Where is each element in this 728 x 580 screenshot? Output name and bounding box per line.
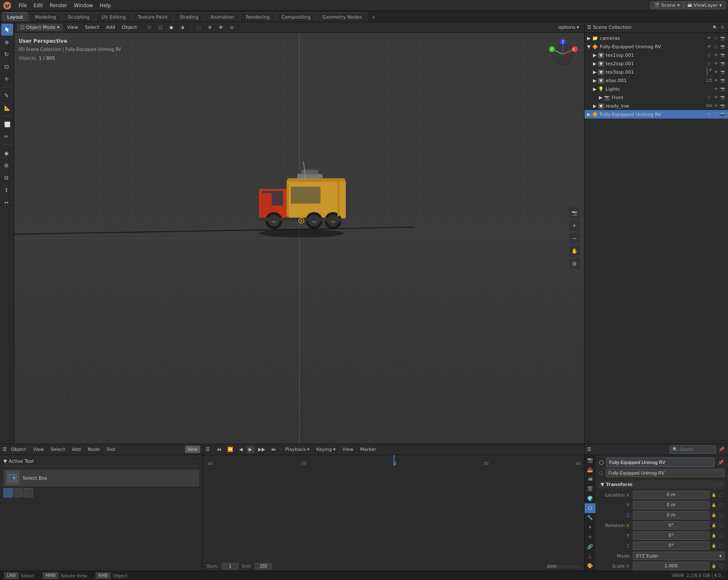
render-icon[interactable]: 📷: [720, 52, 725, 58]
add-workspace-tab[interactable]: +: [368, 13, 379, 22]
transform-tool[interactable]: ✛: [1, 73, 13, 85]
select-menu-btn[interactable]: Select: [48, 446, 68, 453]
scale-x-lock[interactable]: 🔒: [710, 563, 717, 569]
visibility-icon[interactable]: 👁: [706, 44, 712, 50]
render-icon[interactable]: 📷: [720, 44, 725, 50]
render-icon[interactable]: 📷: [720, 94, 725, 100]
menu-window[interactable]: Window: [70, 2, 96, 9]
keying-btn[interactable]: Keying ▾: [314, 446, 338, 453]
viewport-gizmo-btn[interactable]: ⊕: [205, 23, 215, 32]
render-icon[interactable]: 📷: [720, 69, 725, 75]
viewport-overlay-btn[interactable]: ⬚: [194, 23, 204, 32]
tab-shading[interactable]: Shading: [174, 12, 204, 22]
outliner-filter-btn[interactable]: 🔍: [712, 25, 718, 30]
extra-tool-3[interactable]: ⊟: [1, 171, 13, 183]
jump-back-btn[interactable]: ⏪: [225, 446, 236, 453]
rotation-z-value[interactable]: 0°: [633, 541, 709, 550]
add-cube-tool[interactable]: ⬜: [1, 118, 13, 130]
select-box-mini[interactable]: [3, 488, 13, 497]
vp-select-menu[interactable]: Select: [83, 24, 102, 31]
timeline-scroll-bar[interactable]: [547, 565, 581, 568]
props-tab-data[interactable]: △: [585, 552, 596, 561]
view-menu-btn[interactable]: View: [30, 446, 47, 453]
menu-file[interactable]: File: [15, 2, 30, 9]
outliner-item-front[interactable]: ▶ 📷 Front ⬡ 👁 📷: [585, 93, 728, 102]
cursor-tool[interactable]: [1, 24, 13, 36]
visibility-icon[interactable]: 👁: [713, 52, 719, 58]
rotate-tool[interactable]: ↻: [1, 48, 13, 60]
view-layer-selector[interactable]: 🏔 ViewLayer ▾: [684, 1, 725, 9]
viewport-icon[interactable]: ⬡: [713, 111, 719, 117]
props-tab-render[interactable]: 📷: [585, 455, 596, 465]
object-mode-selector[interactable]: ⬡ Object Mode ▾: [17, 24, 63, 31]
tab-texture-paint[interactable]: Texture Paint: [132, 12, 173, 22]
render-icon[interactable]: 📷: [720, 86, 725, 92]
rotation-y-lock[interactable]: 🔒: [710, 532, 717, 539]
add-menu-btn[interactable]: Add: [69, 446, 83, 453]
object-name-input[interactable]: [606, 458, 714, 467]
local-view-btn[interactable]: ⊞: [569, 258, 580, 269]
render-icon[interactable]: 📷: [720, 103, 725, 109]
location-z-anim[interactable]: ◯: [718, 512, 725, 519]
render-icon[interactable]: 📷: [720, 35, 725, 41]
sub-object-input[interactable]: [606, 469, 725, 477]
outliner-item-tex1[interactable]: ▶ ▼ tex1ssp.001 ⬡ 👁 📷: [585, 51, 728, 59]
visibility-icon[interactable]: 👁: [713, 61, 719, 66]
zoom-out-btn[interactable]: −: [569, 233, 580, 244]
start-frame-input[interactable]: [222, 563, 239, 569]
props-search[interactable]: 🔍: [670, 445, 716, 454]
props-tab-object[interactable]: ⬡: [585, 503, 596, 513]
outliner-item-unimog-active[interactable]: ▶ 🔶 Fully-Equipped Unimog RV 👁 ⬡ 📷: [585, 110, 728, 119]
playback-btn[interactable]: Playback ▾: [283, 446, 312, 453]
rotation-x-value[interactable]: 0°: [633, 521, 709, 530]
camera-view-btn[interactable]: 📷: [569, 207, 580, 218]
tab-animation[interactable]: Animation: [205, 12, 240, 22]
visibility-icon[interactable]: 👁: [713, 94, 719, 100]
vp-add-menu[interactable]: Add: [103, 24, 117, 31]
viewport-wire-toggle[interactable]: □: [156, 23, 165, 32]
outliner-item-lights[interactable]: ▶ 💡 Lights 👁 📷: [585, 85, 728, 93]
props-tab-output[interactable]: 📤: [585, 465, 596, 475]
props-pin-btn[interactable]: 📌: [717, 458, 725, 466]
node-menu-btn[interactable]: Node: [85, 446, 102, 453]
measure-tool[interactable]: 📐: [1, 102, 13, 113]
viewport-proportional-btn[interactable]: ◎: [227, 23, 237, 32]
location-x-lock[interactable]: 🔒: [710, 492, 717, 498]
viewport-options-btn[interactable]: options ▾: [556, 24, 582, 31]
location-y-anim[interactable]: ◯: [718, 502, 725, 508]
props-tab-scene[interactable]: 🎬: [585, 484, 596, 494]
select-circle-mini[interactable]: [24, 488, 33, 497]
vp-view-menu[interactable]: View: [64, 24, 80, 31]
outliner-settings-btn[interactable]: ⚙: [720, 25, 725, 30]
props-tab-view-layer[interactable]: 🏔: [585, 475, 596, 484]
props-tab-constraints[interactable]: 🔗: [585, 542, 596, 552]
scale-x-anim[interactable]: ◯: [718, 563, 725, 569]
tab-compositing[interactable]: Compositing: [276, 12, 316, 22]
viewport-gizmo[interactable]: X Y Z: [546, 37, 580, 71]
outliner-item-tex3[interactable]: ▶ ▼ tex3ssp.001 1 4 2 👁 📷: [585, 68, 728, 76]
extra-tool-4[interactable]: ↕: [1, 184, 13, 196]
viewport-material-toggle[interactable]: ●: [167, 23, 176, 32]
slot-menu-btn[interactable]: Slot: [104, 446, 118, 453]
zoom-in-btn[interactable]: +: [569, 220, 580, 231]
menu-render[interactable]: Render: [47, 2, 71, 9]
location-z-lock[interactable]: 🔒: [710, 512, 717, 519]
outliner-item-ready-low[interactable]: ▶ ▼ ready_low 394 👁 📷: [585, 102, 728, 110]
visibility-icon[interactable]: 👁: [713, 103, 719, 109]
location-y-value[interactable]: 0 m: [633, 501, 709, 509]
marker-btn[interactable]: Marker: [358, 446, 379, 453]
scale-x-value[interactable]: 1.000: [633, 562, 709, 570]
tab-uv-editing[interactable]: UV Editing: [96, 12, 131, 22]
view-timeline-btn[interactable]: View: [340, 446, 356, 453]
location-y-lock[interactable]: 🔒: [710, 502, 717, 508]
location-x-value[interactable]: 0 m: [633, 491, 709, 499]
pan-btn[interactable]: ✋: [569, 246, 580, 257]
object-menu-btn[interactable]: Object: [8, 446, 29, 453]
pin-button[interactable]: 📌: [718, 446, 725, 453]
visibility-icon[interactable]: 👁: [706, 35, 712, 41]
tab-geometry-nodes[interactable]: Geometry Nodes: [317, 12, 367, 22]
rotation-x-lock[interactable]: 🔒: [710, 522, 717, 529]
visibility-icon[interactable]: 👁: [713, 86, 719, 92]
render-icon[interactable]: 📷: [720, 61, 725, 66]
location-x-anim[interactable]: ◯: [718, 492, 725, 498]
